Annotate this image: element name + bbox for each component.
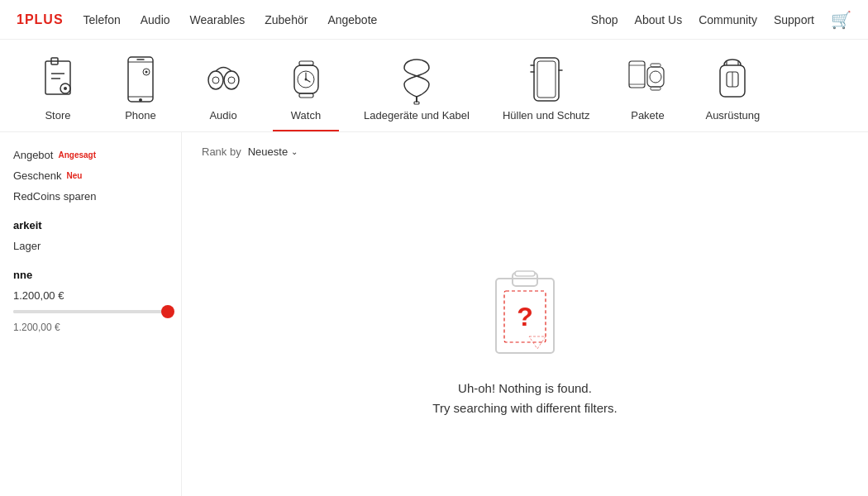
price-title: nne [13, 269, 168, 281]
svg-point-15 [212, 77, 219, 83]
audio-label: Audio [209, 109, 236, 122]
phone-icon [116, 55, 165, 104]
sort-current: Neueste [248, 145, 288, 158]
svg-point-23 [304, 79, 307, 81]
category-store[interactable]: Store [17, 48, 99, 131]
nav-about-us[interactable]: About Us [635, 13, 683, 26]
svg-rect-27 [537, 61, 556, 98]
store-label: Store [45, 109, 70, 122]
empty-state-text: Uh-oh! Nothing is found. Try searching w… [432, 379, 617, 418]
svg-rect-43 [515, 271, 535, 276]
lager-label: Lager [13, 240, 41, 252]
sort-bar: Rank by Neueste ⌄ [202, 145, 848, 158]
price-slider-fill [13, 310, 168, 313]
svg-point-3 [64, 87, 67, 90]
offers-section: Angebot Angesagt Geschenk Neu RedCoins s… [13, 149, 168, 203]
pakete-icon [622, 55, 672, 104]
nav-audio[interactable]: Audio [141, 13, 170, 26]
audio-icon [198, 55, 248, 104]
svg-point-9 [139, 98, 142, 102]
nav-right: Shop About Us Community Support 🛒 [591, 10, 851, 30]
nav-left: 1PLUS Telefon Audio Wearables Zubehör An… [17, 12, 377, 27]
sidebar-angebot[interactable]: Angebot Angesagt [13, 149, 168, 161]
watch-icon [281, 55, 331, 104]
price-min-value: 1.200,00 € [13, 289, 168, 302]
category-ausrüstung[interactable]: Ausrüstung [689, 48, 776, 131]
empty-state: ? Uh-oh! Nothing is found. Try searching… [202, 174, 848, 493]
category-bar: Store Phone [0, 40, 868, 132]
sidebar-redcoins[interactable]: RedCoins sparen [13, 190, 168, 203]
store-icon [33, 55, 83, 104]
sort-dropdown[interactable]: Neueste ⌄ [248, 145, 298, 158]
chevron-down-icon: ⌄ [291, 147, 298, 156]
hüllen-label: Hüllen und Schutz [503, 109, 590, 122]
svg-point-16 [228, 77, 235, 83]
category-phone[interactable]: Phone [99, 48, 182, 131]
empty-state-illustration: ? [484, 266, 566, 365]
price-slider-track [13, 310, 168, 313]
nav-zubehor[interactable]: Zubehör [265, 13, 308, 26]
angebot-label: Angebot [13, 149, 53, 161]
ausrüstung-icon [708, 55, 757, 104]
empty-line1: Uh-oh! Nothing is found. [458, 381, 592, 395]
sidebar-geschenk[interactable]: Geschenk Neu [13, 169, 168, 182]
ausrüstung-label: Ausrüstung [705, 109, 760, 122]
price-slider-thumb[interactable] [161, 305, 174, 318]
availability-title: arkeit [13, 219, 168, 231]
category-ladegeraete[interactable]: Ladegeräte und Kabel [347, 48, 486, 131]
category-watch[interactable]: Watch [265, 48, 347, 131]
svg-point-14 [224, 71, 239, 89]
price-section: nne 1.200,00 € 1.200,00 € [13, 269, 168, 333]
category-audio[interactable]: Audio [182, 48, 265, 131]
ladegeraete-label: Ladegeräte und Kabel [364, 109, 470, 122]
brand-logo: 1PLUS [17, 12, 64, 27]
nav-wearables[interactable]: Wearables [190, 13, 246, 26]
svg-point-13 [208, 71, 223, 89]
top-navigation: 1PLUS Telefon Audio Wearables Zubehör An… [0, 0, 868, 40]
svg-text:?: ? [517, 302, 533, 331]
svg-point-34 [650, 71, 661, 83]
sidebar: Angebot Angesagt Geschenk Neu RedCoins s… [0, 132, 182, 496]
content-area: Rank by Neueste ⌄ ? [182, 132, 868, 496]
geschenk-label: Geschenk [13, 169, 62, 182]
redcoins-label: RedCoins sparen [13, 190, 96, 203]
svg-rect-6 [128, 57, 153, 102]
nav-shop[interactable]: Shop [591, 13, 618, 26]
main-layout: Angebot Angesagt Geschenk Neu RedCoins s… [0, 132, 868, 496]
hüllen-icon [522, 55, 571, 104]
svg-point-12 [145, 71, 148, 74]
phone-label: Phone [125, 109, 156, 122]
geschenk-badge: Neu [67, 171, 83, 180]
empty-line2: Try searching with different filters. [432, 401, 617, 415]
category-pakete[interactable]: Pakete [606, 48, 689, 131]
nav-community[interactable]: Community [699, 13, 757, 26]
angebot-badge: Angesagt [58, 150, 96, 160]
category-hüllen[interactable]: Hüllen und Schutz [486, 48, 607, 131]
cart-icon[interactable]: 🛒 [831, 10, 851, 30]
availability-section: arkeit Lager [13, 219, 168, 252]
rank-by-label: Rank by [202, 145, 241, 158]
svg-rect-25 [414, 102, 419, 104]
watch-label: Watch [291, 109, 321, 122]
sidebar-lager[interactable]: Lager [13, 240, 168, 252]
ladegeraete-icon [392, 55, 441, 104]
nav-telefon[interactable]: Telefon [83, 13, 121, 26]
nav-angebote[interactable]: Angebote [327, 13, 377, 26]
pakete-label: Pakete [631, 109, 664, 122]
svg-marker-46 [529, 336, 546, 349]
price-slider-container [13, 310, 168, 313]
price-max-value: 1.200,00 € [13, 322, 168, 333]
nav-support[interactable]: Support [774, 13, 814, 26]
